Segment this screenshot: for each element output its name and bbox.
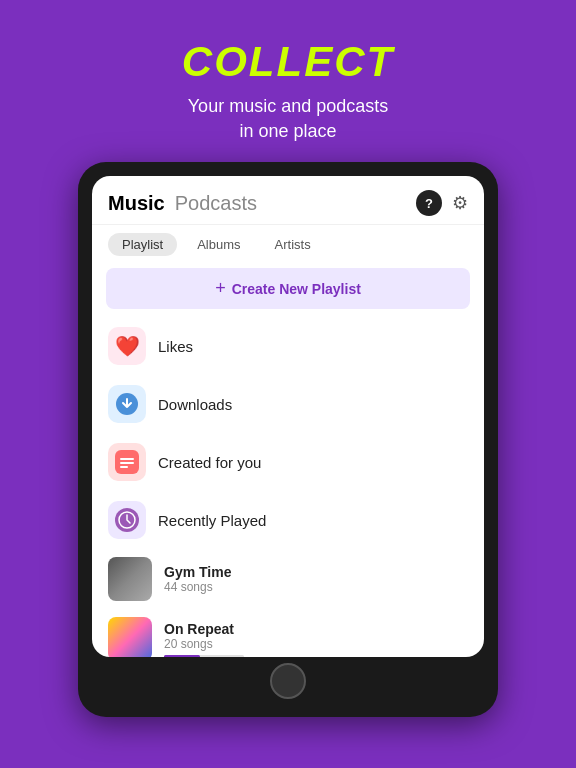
recently-label: Recently Played [158,512,266,529]
svg-rect-2 [120,458,134,460]
tablet-frame: Music Podcasts ? ⚙ Playlist Albums Artis… [78,162,498,717]
tabs-row: Playlist Albums Artists [92,225,484,264]
tab-artists[interactable]: Artists [261,233,325,256]
repeat-progress-bar [164,655,244,658]
svg-rect-3 [120,462,134,464]
repeat-info: On Repeat 20 songs [164,621,244,658]
gym-title: Gym Time [164,564,231,580]
repeat-thumbnail [108,617,152,657]
playlist-item-gym[interactable]: Gym Time 44 songs [92,549,484,609]
list-item-likes[interactable]: ❤️ Likes [92,317,484,375]
header-section: COLLECT Your music and podcasts in one p… [182,0,394,144]
likes-icon: ❤️ [108,327,146,365]
home-button[interactable] [270,663,306,699]
podcasts-tab-title[interactable]: Podcasts [175,192,257,215]
list-item-downloads[interactable]: Downloads [92,375,484,433]
tab-albums[interactable]: Albums [183,233,254,256]
gym-thumbnail [108,557,152,601]
headline: COLLECT [182,38,394,86]
created-icon [108,443,146,481]
playlist-item-repeat[interactable]: On Repeat 20 songs [92,609,484,657]
repeat-title: On Repeat [164,621,244,637]
svg-rect-4 [120,466,128,468]
downloads-label: Downloads [158,396,232,413]
recently-icon [108,501,146,539]
settings-icon[interactable]: ⚙ [452,192,468,214]
list-item-created[interactable]: Created for you [92,433,484,491]
music-tab-title[interactable]: Music [108,192,165,215]
create-playlist-button[interactable]: + Create New Playlist [106,268,470,309]
repeat-progress-fill [164,655,200,658]
tablet-screen: Music Podcasts ? ⚙ Playlist Albums Artis… [92,176,484,657]
repeat-songs: 20 songs [164,637,244,651]
downloads-icon [108,385,146,423]
list-item-recently[interactable]: Recently Played [92,491,484,549]
help-icon[interactable]: ? [416,190,442,216]
tab-playlist[interactable]: Playlist [108,233,177,256]
gym-songs: 44 songs [164,580,231,594]
app-header: Music Podcasts ? ⚙ [92,176,484,225]
gym-info: Gym Time 44 songs [164,564,231,594]
plus-icon: + [215,278,226,299]
header-icons: ? ⚙ [416,190,468,216]
likes-label: Likes [158,338,193,355]
create-playlist-label: Create New Playlist [232,281,361,297]
subtitle: Your music and podcasts in one place [182,94,394,144]
created-label: Created for you [158,454,261,471]
